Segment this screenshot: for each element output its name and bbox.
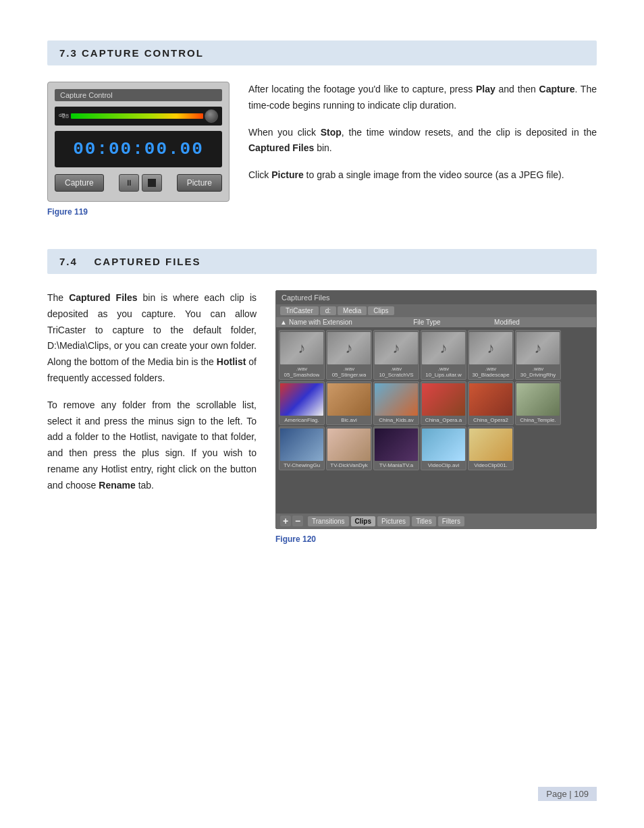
file-item-8[interactable]: Bic.avi	[326, 381, 372, 425]
tab-titles[interactable]: Titles	[412, 516, 436, 526]
thumb-13	[280, 429, 323, 461]
captured-files-widget: Captured Files TriCaster d: Media Clips …	[275, 290, 597, 529]
s73-para2: When you click Stop, the time window res…	[248, 125, 597, 157]
thumb-7	[280, 383, 323, 416]
file-item-11[interactable]: China_Opera2	[468, 381, 514, 425]
file-item-9[interactable]: China_Kids.av	[373, 381, 419, 425]
filename-1: .wav05_Smashdow	[284, 366, 320, 378]
file-item-16[interactable]: VideoClip.avi	[421, 426, 466, 470]
filename-3: .wav10_ScratchVS	[379, 366, 413, 378]
add-folder-button[interactable]: +	[280, 516, 291, 526]
tab-filters[interactable]: Filters	[438, 516, 464, 526]
file-item-7[interactable]: AmericanFlag.	[279, 381, 325, 425]
thumb-14	[327, 429, 371, 461]
thumb-15	[375, 429, 418, 461]
file-item-5[interactable]: ♪ .wav30_Bladescape	[468, 330, 514, 380]
volume-knob[interactable]	[205, 109, 218, 123]
filename-8: Bic.avi	[341, 417, 357, 423]
cf-empty-area	[276, 473, 596, 514]
db-label: dB	[59, 112, 65, 118]
thumb-3: ♪	[375, 332, 418, 364]
filename-11: China_Opera2	[473, 417, 508, 423]
remove-folder-button[interactable]: −	[292, 516, 303, 526]
file-item-15[interactable]: TV-ManiaTV.a	[373, 426, 419, 470]
thumb-5: ♪	[469, 332, 512, 364]
capture-control-figure: Capture Control dB -28 -22 -15 -12 -9 -6…	[47, 82, 230, 217]
filename-9: China_Kids.av	[379, 417, 414, 423]
file-item-1[interactable]: ♪ .wav05_Smashdow	[279, 330, 325, 380]
filename-4: .wav10_Lips.uitar.w	[425, 366, 461, 378]
capture-control-title: Capture Control	[55, 89, 222, 101]
filename-16: VideoClip.avi	[428, 462, 460, 468]
section-73-title: 7.3 CAPTURE CONTROL	[59, 47, 585, 59]
filename-6: .wav30_DrivingRhy	[520, 366, 556, 378]
section-74-header: 7.4 CAPTURED FILES	[47, 249, 597, 274]
section-74-title: 7.4 CAPTURED FILES	[59, 256, 585, 267]
file-item-12[interactable]: China_Temple.	[515, 381, 561, 425]
thumb-16	[422, 429, 465, 461]
col-modified: Modified	[494, 319, 592, 326]
s73-para3: Click Picture to grab a single image fro…	[248, 167, 597, 184]
file-item-6[interactable]: ♪ .wav30_DrivingRhy	[515, 330, 561, 380]
cf-column-headers: ▲ Name with Extension File Type Modified	[276, 317, 596, 327]
pause-button[interactable]: ⏸	[119, 174, 139, 192]
capture-button[interactable]: Capture	[55, 174, 104, 192]
breadcrumb-tricaster[interactable]: TriCaster	[280, 306, 319, 315]
file-item-10[interactable]: China_Opera.a	[421, 381, 466, 425]
figure-119-label: Figure 119	[47, 207, 230, 217]
file-item-4[interactable]: ♪ .wav10_Lips.uitar.w	[421, 330, 466, 380]
transport-controls: ⏸	[119, 174, 162, 192]
thumb-12	[516, 383, 560, 416]
thumb-1: ♪	[280, 332, 323, 364]
cf-bottom-toolbar: + − Transitions Clips Pictures Titles Fi…	[276, 514, 596, 528]
section-73: 7.3 CAPTURE CONTROL Capture Control dB -…	[47, 40, 597, 217]
thumb-17	[469, 429, 512, 461]
file-item-2[interactable]: ♪ .wav05_Stinger.wa	[326, 330, 372, 380]
filename-12: China_Temple.	[520, 417, 556, 423]
page-container: 7.3 CAPTURE CONTROL Capture Control dB -…	[0, 0, 644, 630]
section-73-text: After locating the footage you'd like to…	[248, 82, 597, 194]
tab-clips[interactable]: Clips	[351, 516, 375, 526]
file-item-3[interactable]: ♪ .wav10_ScratchVS	[373, 330, 419, 380]
captured-files-figure: Captured Files TriCaster d: Media Clips …	[275, 290, 597, 544]
captured-files-title: Captured Files	[276, 291, 596, 304]
section-74: 7.4 CAPTURED FILES The Captured Files bi…	[47, 249, 597, 544]
breadcrumb-media[interactable]: Media	[338, 306, 367, 315]
col-name: ▲ Name with Extension	[280, 319, 410, 326]
file-item-14[interactable]: TV-DickVanDyk	[326, 426, 372, 470]
s74-para2: To remove any folder from the scrollable…	[47, 397, 257, 494]
figure-120-label: Figure 120	[275, 534, 597, 544]
cf-file-grid: ♪ .wav05_Smashdow ♪ .wav05_Stinger.wa	[276, 327, 596, 473]
capture-buttons: Capture ⏸ Picture	[55, 174, 222, 192]
col-type: File Type	[413, 319, 491, 326]
picture-button[interactable]: Picture	[177, 174, 222, 192]
thumb-11	[469, 383, 512, 416]
section-74-content: The Captured Files bin is where each cli…	[47, 290, 597, 544]
meter-bar	[71, 113, 203, 119]
audio-meter: dB -28 -22 -15 -12 -9 -6 -3 0 3	[55, 107, 222, 126]
filename-15: TV-ManiaTV.a	[379, 462, 413, 468]
thumb-10	[422, 383, 465, 416]
capture-control-widget: Capture Control dB -28 -22 -15 -12 -9 -6…	[47, 82, 230, 202]
filename-10: China_Opera.a	[425, 417, 462, 423]
timecode-display: 00:00:00.00	[55, 131, 222, 167]
add-remove-controls: + −	[280, 516, 303, 526]
file-item-13[interactable]: TV-ChewingGu	[279, 426, 325, 470]
stop-icon	[148, 179, 156, 187]
section-74-text: The Captured Files bin is where each cli…	[47, 290, 257, 505]
section-73-header: 7.3 CAPTURE CONTROL	[47, 40, 597, 65]
thumb-2: ♪	[327, 332, 371, 364]
tab-pictures[interactable]: Pictures	[377, 516, 410, 526]
filename-2: .wav05_Stinger.wa	[332, 366, 367, 378]
filename-5: .wav30_Bladescape	[472, 366, 509, 378]
thumb-8	[327, 383, 371, 416]
cf-breadcrumb: TriCaster d: Media Clips	[276, 304, 596, 317]
file-item-17[interactable]: VideoClip001.	[468, 426, 514, 470]
thumb-4: ♪	[422, 332, 465, 364]
stop-button[interactable]	[142, 174, 162, 192]
filename-13: TV-ChewingGu	[284, 462, 320, 468]
tab-transitions[interactable]: Transitions	[308, 516, 349, 526]
breadcrumb-clips[interactable]: Clips	[368, 306, 394, 315]
s73-para1: After locating the footage you'd like to…	[248, 82, 597, 114]
breadcrumb-d[interactable]: d:	[320, 306, 336, 315]
